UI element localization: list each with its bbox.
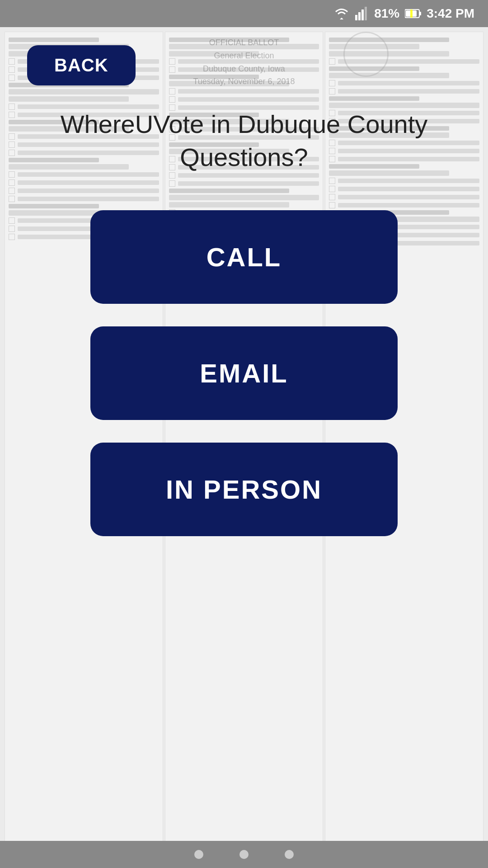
svg-rect-3 [365,7,367,20]
svg-rect-5 [419,12,421,15]
svg-rect-0 [355,15,357,20]
call-button[interactable]: CALL [90,210,398,304]
svg-rect-7 [410,9,413,18]
status-icons: 81% 3:42 PM [333,6,474,21]
wifi-icon [333,7,350,20]
bottom-navigation-bar [0,841,488,868]
signal-icon [355,7,369,20]
main-overlay: BACK WhereUVote in Dubuque County Questi… [0,27,488,868]
nav-dot-1 [194,850,203,859]
nav-dot-3 [285,850,294,859]
time-display: 3:42 PM [427,6,474,21]
action-buttons-container: CALL EMAIL IN PERSON [27,210,461,536]
in-person-button[interactable]: IN PERSON [90,443,398,536]
status-bar: 81% 3:42 PM [0,0,488,27]
nav-dot-2 [239,850,249,859]
svg-rect-1 [358,12,361,20]
email-button[interactable]: EMAIL [90,326,398,420]
battery-icon [405,8,421,19]
battery-level: 81% [374,6,399,21]
back-button[interactable]: BACK [27,45,136,85]
svg-rect-2 [361,9,364,20]
page-title: WhereUVote in Dubuque County Questions? [61,108,428,174]
